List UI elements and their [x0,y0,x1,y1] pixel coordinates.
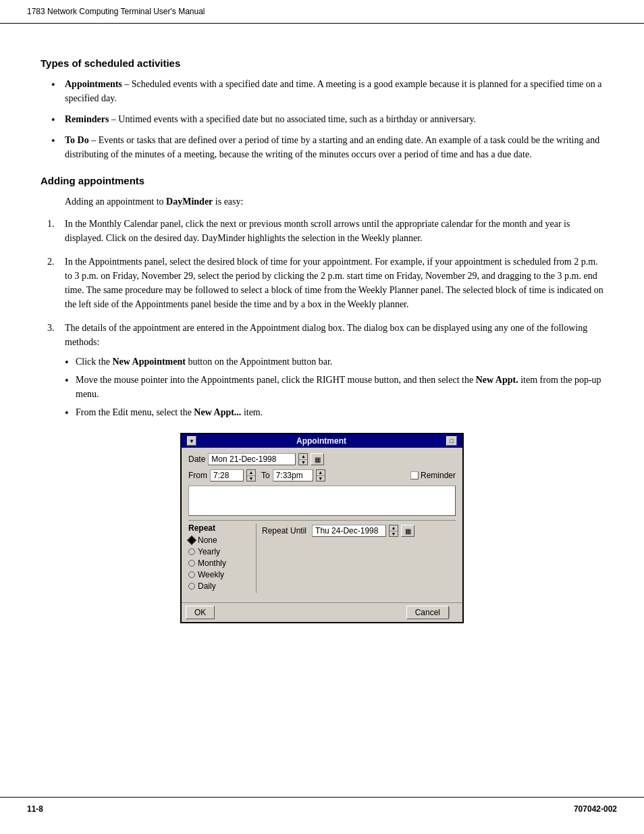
notes-textarea[interactable] [188,486,456,516]
reminder-label: Reminder [421,471,456,480]
cancel-button[interactable]: Cancel [406,606,449,619]
section-types-heading: Types of scheduled activities [41,57,603,69]
repeat-right-panel: Repeat Until Thu 24-Dec-1998 ▲ ▼ ▦ [256,523,456,593]
header-title: 1783 Network Computing Terminal User's M… [27,7,205,16]
page-header: 1783 Network Computing Terminal User's M… [0,0,644,24]
list-item: In the Monthly Calendar panel, click the… [41,217,603,245]
spinner-down-icon[interactable]: ▼ [317,476,325,481]
spinner-down-icon[interactable]: ▼ [390,531,398,537]
radio-diamond-icon [187,536,196,545]
repeat-until-row: Repeat Until Thu 24-Dec-1998 ▲ ▼ ▦ [262,525,456,537]
radio-weekly-label: Weekly [198,570,224,579]
to-value: 7:33pm [276,471,303,480]
list-item: The details of the appointment are enter… [41,321,603,419]
intro-text: Adding an appointment to [65,197,166,207]
spinner-up-icon[interactable]: ▲ [299,454,307,460]
date-label: Date [188,454,205,464]
repeat-left-panel: Repeat None Yearly [188,523,256,593]
types-bullet-list: Appointments – Scheduled events with a s… [54,77,603,161]
step3-subbullets: Click the New Appointment button on the … [65,355,603,419]
ok-button[interactable]: OK [186,606,215,619]
appointments-text: – Scheduled events with a specified date… [65,79,601,103]
appointment-dialog: ▼ Appointment □ Date Mon 21-Dec-1998 [180,433,464,623]
dialog-titlebar: ▼ Appointment □ [182,434,462,448]
radio-monthly-label: Monthly [198,558,226,568]
radio-none-label: None [198,536,217,545]
reminders-text: – Untimed events with a specified date b… [109,114,476,124]
sub2-text: Move the mouse pointer into the Appointm… [76,375,476,385]
sub1-text2: button on the Appointment button bar. [186,357,332,367]
list-item: From the Edit menu, select the New Appt.… [65,405,603,419]
repeat-until-spinner[interactable]: ▲ ▼ [389,525,398,537]
sub2-bold: New Appt. [476,375,518,385]
radio-yearly-label: Yearly [198,547,220,556]
page-footer: 11-8 707042-002 [0,797,644,820]
date-value: Mon 21-Dec-1998 [211,454,276,464]
footer-scrollbar [449,607,458,618]
radio-circle-icon [188,548,195,555]
repeat-until-value: Thu 24-Dec-1998 [315,526,378,536]
reminder-row: Reminder [410,471,456,480]
repeat-until-label: Repeat Until [262,526,306,536]
from-label: From [188,471,207,480]
spinner-down-icon[interactable]: ▼ [247,476,255,481]
section-types: Types of scheduled activities Appointmen… [41,57,603,161]
date-field[interactable]: Mon 21-Dec-1998 [208,453,296,465]
dialog-maximize-btn[interactable]: □ [446,436,457,446]
sub3-bold: New Appt... [194,407,241,417]
repeat-until-cal-btn[interactable]: ▦ [401,525,414,537]
radio-none[interactable]: None [188,536,252,545]
radio-yearly[interactable]: Yearly [188,547,252,556]
titlebar-system-icon[interactable]: ▼ [187,436,196,446]
to-label: To [261,471,270,480]
fromto-row: From 7:28 ▲ ▼ To 7:33pm [188,469,456,481]
radio-weekly[interactable]: Weekly [188,570,252,579]
step3-text: The details of the appointment are enter… [65,323,587,347]
section-adding: Adding appointments Adding an appointmen… [41,175,603,623]
list-item: Move the mouse pointer into the Appointm… [65,373,603,401]
to-field[interactable]: 7:33pm [273,469,313,481]
list-item: In the Appointments panel, select the de… [41,255,603,311]
spinner-up-icon[interactable]: ▲ [390,525,398,531]
dialog-container: ▼ Appointment □ Date Mon 21-Dec-1998 [41,433,603,623]
page: 1783 Network Computing Terminal User's M… [0,0,644,834]
reminder-checkbox[interactable] [410,471,419,479]
list-item: Reminders – Untimed events with a specif… [54,112,603,126]
date-row: Date Mon 21-Dec-1998 ▲ ▼ ▦ [188,453,456,465]
footer-page-number: 11-8 [27,804,43,814]
radio-daily[interactable]: Daily [188,581,252,591]
radio-circle-icon [188,583,195,590]
radio-circle-icon [188,560,195,567]
spinner-up-icon[interactable]: ▲ [317,470,325,476]
dayminder-brand: DayMinder [166,197,213,207]
dialog-body: Date Mon 21-Dec-1998 ▲ ▼ ▦ [182,448,462,602]
list-item: To Do – Events or tasks that are defined… [54,133,603,161]
date-spinner[interactable]: ▲ ▼ [298,453,308,465]
list-item: Click the New Appointment button on the … [65,355,603,369]
sub1-text: Click the [76,357,112,367]
date-calendar-btn[interactable]: ▦ [311,453,324,465]
repeat-label: Repeat [188,523,252,533]
spinner-down-icon[interactable]: ▼ [299,460,307,465]
from-value: 7:28 [213,471,229,480]
term-todo: To Do [65,135,89,145]
step1-text: In the Monthly Calendar panel, click the… [65,219,570,243]
list-item: Appointments – Scheduled events with a s… [54,77,603,105]
term-reminders: Reminders [65,114,109,124]
from-field[interactable]: 7:28 [210,469,244,481]
term-appointments: Appointments [65,79,122,89]
to-spinner[interactable]: ▲ ▼ [316,469,325,481]
todo-text: – Events or tasks that are defined over … [65,135,599,159]
spinner-up-icon[interactable]: ▲ [247,470,255,476]
sub1-bold: New Appointment [112,357,186,367]
radio-daily-label: Daily [198,581,216,591]
content-area: Types of scheduled activities Appointmen… [0,24,644,698]
radio-monthly[interactable]: Monthly [188,558,252,568]
repeat-until-field[interactable]: Thu 24-Dec-1998 [312,525,386,537]
footer-doc-number: 707042-002 [574,804,617,814]
steps-list: In the Monthly Calendar panel, click the… [41,217,603,419]
dialog-footer: OK Cancel [182,602,462,622]
from-spinner[interactable]: ▲ ▼ [246,469,256,481]
sub3-text2: item. [241,407,263,417]
separator [188,520,456,521]
